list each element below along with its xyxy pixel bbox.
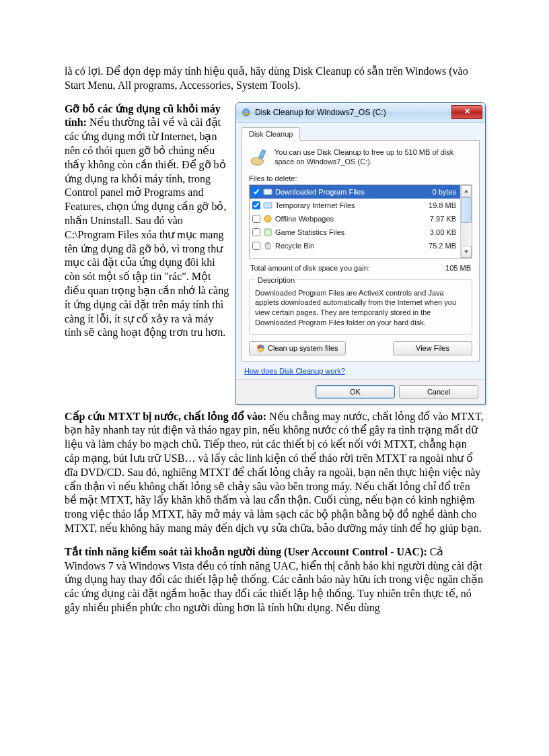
row-checkbox[interactable] <box>252 201 260 209</box>
close-icon: ✕ <box>464 108 470 115</box>
row-size: 0 bytes <box>418 188 458 196</box>
cancel-button[interactable]: Cancel <box>399 385 478 399</box>
cleanup-button-label: Clean up system files <box>268 344 338 352</box>
view-files-label: View Files <box>416 344 449 352</box>
list-item[interactable]: Offline Webpages 7.97 KB <box>250 212 460 226</box>
close-button[interactable]: ✕ <box>451 105 482 119</box>
total-label: Total amount of disk space you gain: <box>250 264 370 272</box>
help-link[interactable]: How does Disk Cleanup work? <box>244 367 345 375</box>
cleanup-brush-icon <box>249 147 269 168</box>
scrollbar[interactable] <box>460 185 472 258</box>
disk-cleanup-dialog: Disk Cleanup for Windows7_OS (C:) ✕ Disk… <box>235 102 486 405</box>
row-name: Recycle Bin <box>275 242 418 250</box>
window-title: Disk Cleanup for Windows7_OS (C:) <box>255 108 451 117</box>
paragraph-water: Cấp cứu MTXT bị nước, chất lỏng đổ vào: … <box>65 410 484 536</box>
file-type-icon <box>263 214 272 224</box>
dialog-footer: OK Cancel <box>236 379 485 404</box>
cleanup-system-files-button[interactable]: Clean up system files <box>249 341 346 355</box>
row-name: Game Statistics Files <box>275 228 418 236</box>
scroll-up-button[interactable] <box>461 185 472 197</box>
scroll-track[interactable] <box>461 197 472 246</box>
row-name: Offline Webpages <box>275 215 418 223</box>
row-name: Downloaded Program Files <box>275 188 418 196</box>
file-type-icon <box>263 201 272 210</box>
scroll-down-button[interactable] <box>461 246 472 258</box>
svg-rect-5 <box>264 203 272 208</box>
list-item[interactable]: Temporary Internet Files 19.8 MB <box>250 199 460 212</box>
view-files-button[interactable]: View Files <box>393 341 472 355</box>
files-to-delete-label: Files to delete: <box>249 174 472 182</box>
list-item[interactable]: Game Statistics Files 3.00 KB <box>250 226 460 239</box>
row-size: 75.2 MB <box>418 242 458 250</box>
help-link-row: How does Disk Cleanup work? <box>244 367 477 375</box>
row-checkbox[interactable] <box>252 228 260 236</box>
list-item[interactable]: Downloaded Program Files 0 bytes <box>250 185 460 199</box>
files-listbox[interactable]: Downloaded Program Files 0 bytes Tempora… <box>249 184 472 259</box>
row-checkbox[interactable] <box>252 188 260 196</box>
para4-lead: Tắt tính năng kiểm soát tài khoản người … <box>65 546 427 557</box>
svg-rect-1 <box>244 112 249 114</box>
tab-strip: Disk Cleanup <box>242 127 480 141</box>
svg-point-6 <box>264 215 271 222</box>
paragraph-intro: là có lợi. Để dọn dẹp máy tính hiệu quả,… <box>65 65 484 93</box>
info-text: You can use Disk Cleanup to free up to 5… <box>274 147 472 167</box>
disk-cleanup-icon <box>242 108 251 117</box>
total-value: 105 MB <box>445 264 471 272</box>
para3-body: Nếu chẳng may nước, chất lỏng đổ vào MTX… <box>65 411 484 534</box>
svg-rect-7 <box>264 229 271 236</box>
paragraph-uac: Tắt tính năng kiểm soát tài khoản người … <box>65 545 484 615</box>
uac-shield-icon <box>256 344 265 353</box>
cancel-label: Cancel <box>427 388 450 396</box>
row-size: 19.8 MB <box>418 201 458 209</box>
recycle-bin-icon <box>263 241 272 250</box>
description-legend: Description <box>255 276 297 284</box>
file-type-icon <box>263 228 272 237</box>
row-checkbox[interactable] <box>252 242 260 250</box>
row-checkbox[interactable] <box>252 215 260 223</box>
ok-label: OK <box>350 388 361 396</box>
row-size: 7.97 KB <box>418 215 458 223</box>
scroll-thumb[interactable] <box>461 197 472 223</box>
tab-panel: You can use Disk Cleanup to free up to 5… <box>242 141 480 362</box>
titlebar: Disk Cleanup for Windows7_OS (C:) ✕ <box>236 103 485 123</box>
para3-lead: Cấp cứu MTXT bị nước, chất lỏng đổ vào: <box>65 411 266 422</box>
disk-cleanup-screenshot: Disk Cleanup for Windows7_OS (C:) ✕ Disk… <box>235 102 484 405</box>
description-group: Description Downloaded Program Files are… <box>249 276 472 335</box>
list-item[interactable]: Recycle Bin 75.2 MB <box>250 239 460 252</box>
para2-body: Nếu thường tải về và cài đặt các ứng dụn… <box>65 116 229 338</box>
description-text: Downloaded Program Files are ActiveX con… <box>255 288 466 329</box>
ok-button[interactable]: OK <box>316 385 395 399</box>
row-size: 3.00 KB <box>418 228 458 236</box>
svg-rect-4 <box>264 189 272 195</box>
row-name: Temporary Internet Files <box>275 201 418 209</box>
file-type-icon <box>263 187 272 197</box>
svg-rect-3 <box>258 149 266 159</box>
tab-disk-cleanup[interactable]: Disk Cleanup <box>242 127 300 141</box>
